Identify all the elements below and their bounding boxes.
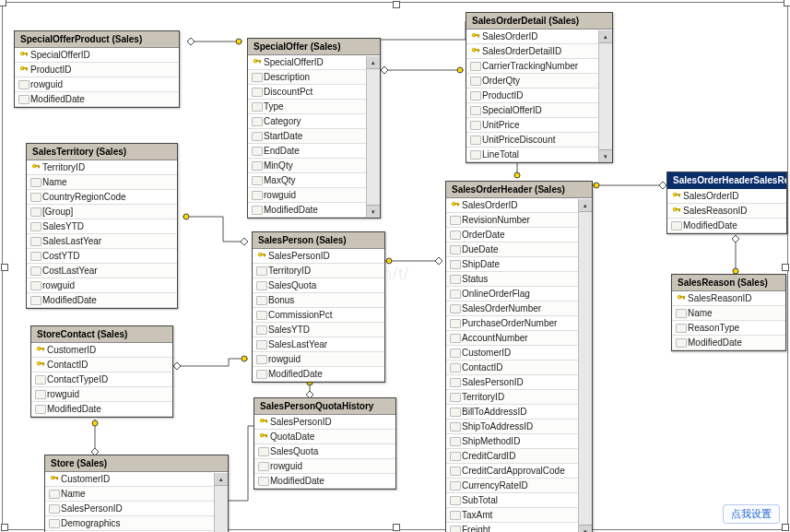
column-row[interactable]: ModifiedDate bbox=[253, 367, 384, 382]
table-sales-order-header-sales-reason[interactable]: SalesOrderHeaderSalesRe SalesOrderIDSale… bbox=[666, 171, 787, 234]
column-row[interactable]: CarrierTrackingNumber bbox=[466, 59, 599, 74]
column-row[interactable]: SalesOrderID bbox=[667, 189, 786, 204]
column-row[interactable]: MaxQty bbox=[248, 173, 367, 188]
column-row[interactable]: Name bbox=[45, 487, 215, 502]
scrollbar[interactable]: ▴▾ bbox=[598, 30, 612, 162]
column-row[interactable]: ContactID bbox=[446, 361, 579, 375]
column-row[interactable]: Status bbox=[446, 272, 579, 287]
column-row[interactable]: ModifiedDate bbox=[672, 336, 785, 350]
column-row[interactable]: Description bbox=[248, 70, 367, 85]
column-row[interactable]: ProductID bbox=[466, 89, 599, 103]
column-row[interactable]: SalesQuota bbox=[253, 278, 384, 293]
column-row[interactable]: rowguid bbox=[31, 387, 172, 402]
column-row[interactable]: SpecialOfferID bbox=[15, 48, 179, 63]
column-row[interactable]: Freight bbox=[446, 523, 579, 532]
column-row[interactable]: SalesPersonID bbox=[446, 375, 579, 390]
column-row[interactable]: QuotaDate bbox=[254, 430, 395, 444]
scrollbar[interactable]: ▴▾ bbox=[578, 199, 592, 532]
table-sales-order-detail[interactable]: SalesOrderDetail (Sales) SalesOrderIDSal… bbox=[466, 12, 613, 163]
column-row[interactable]: ShipDate bbox=[446, 257, 579, 272]
column-row[interactable]: ContactTypeID bbox=[31, 372, 172, 387]
column-row[interactable]: OnlineOrderFlag bbox=[446, 287, 579, 301]
column-row[interactable]: SalesYTD bbox=[253, 323, 384, 337]
column-row[interactable]: SalesPersonID bbox=[253, 249, 384, 264]
column-row[interactable]: OrderDate bbox=[446, 228, 579, 242]
table-special-offer-product[interactable]: SpecialOfferProduct (Sales) SpecialOffer… bbox=[14, 30, 180, 108]
column-row[interactable]: rowguid bbox=[248, 188, 367, 203]
column-row[interactable]: rowguid bbox=[27, 278, 177, 293]
column-row[interactable]: SalesQuota bbox=[254, 444, 395, 459]
column-row[interactable]: Category bbox=[248, 114, 367, 129]
column-row[interactable]: DiscountPct bbox=[248, 85, 367, 100]
table-store[interactable]: Store (Sales) CustomerIDNameSalesPersonI… bbox=[44, 455, 229, 532]
column-row[interactable]: PurchaseOrderNumber bbox=[446, 316, 579, 331]
column-row[interactable]: SalesOrderDetailID bbox=[466, 44, 599, 59]
column-row[interactable]: StartDate bbox=[248, 129, 367, 144]
column-row[interactable]: ModifiedDate bbox=[248, 203, 367, 218]
column-row[interactable]: SalesLastYear bbox=[253, 337, 384, 352]
column-row[interactable]: rowguid bbox=[254, 459, 395, 474]
column-row[interactable]: SpecialOfferID bbox=[466, 103, 599, 118]
column-row[interactable]: SalesPersonID bbox=[45, 502, 215, 516]
column-row[interactable]: SalesReasonID bbox=[667, 204, 786, 219]
column-row[interactable]: Name bbox=[672, 306, 785, 321]
scrollbar[interactable]: ▴▾ bbox=[214, 473, 228, 532]
column-row[interactable]: SalesReasonID bbox=[672, 291, 785, 306]
table-sales-person[interactable]: SalesPerson (Sales) SalesPersonIDTerrito… bbox=[252, 231, 385, 383]
table-sales-territory[interactable]: SalesTerritory (Sales) TerritoryIDNameCo… bbox=[26, 143, 178, 309]
column-row[interactable]: rowguid bbox=[253, 352, 384, 367]
column-row[interactable]: CreditCardID bbox=[446, 449, 579, 464]
column-row[interactable]: CountryRegionCode bbox=[27, 190, 177, 205]
column-row[interactable]: Bonus bbox=[253, 293, 384, 308]
column-row[interactable]: TerritoryID bbox=[27, 160, 177, 175]
column-row[interactable]: TerritoryID bbox=[253, 264, 384, 278]
column-row[interactable]: EndDate bbox=[248, 144, 367, 159]
column-row[interactable]: CreditCardApprovalCode bbox=[446, 464, 579, 479]
column-row[interactable]: SalesOrderID bbox=[466, 30, 599, 44]
column-row[interactable]: CurrencyRateID bbox=[446, 479, 579, 493]
column-row[interactable]: ContactID bbox=[31, 358, 172, 372]
column-row[interactable]: [Group] bbox=[27, 205, 177, 219]
column-row[interactable]: ModifiedDate bbox=[254, 474, 395, 489]
table-sales-order-header[interactable]: SalesOrderHeader (Sales) SalesOrderIDRev… bbox=[445, 181, 593, 532]
column-row[interactable]: SubTotal bbox=[446, 493, 579, 508]
column-row[interactable]: ModifiedDate bbox=[15, 92, 179, 107]
column-row[interactable]: LineTotal bbox=[466, 148, 599, 162]
column-row[interactable]: SalesOrderNumber bbox=[446, 301, 579, 316]
column-row[interactable]: SpecialOfferID bbox=[248, 55, 367, 70]
column-row[interactable]: CustomerID bbox=[45, 472, 215, 487]
column-row[interactable]: SalesOrderID bbox=[446, 198, 579, 213]
column-row[interactable]: Type bbox=[248, 100, 367, 114]
column-row[interactable]: ModifiedDate bbox=[31, 402, 172, 417]
column-row[interactable]: ProductID bbox=[15, 63, 179, 77]
column-row[interactable]: CustomerID bbox=[446, 346, 579, 361]
column-row[interactable]: SalesYTD bbox=[27, 219, 177, 234]
scrollbar[interactable]: ▴▾ bbox=[366, 56, 380, 218]
column-row[interactable]: rowguid bbox=[15, 77, 179, 92]
column-row[interactable]: ShipToAddressID bbox=[446, 420, 579, 434]
column-row[interactable]: ReasonType bbox=[672, 321, 785, 336]
column-row[interactable]: UnitPriceDiscount bbox=[466, 133, 599, 148]
column-row[interactable]: ModifiedDate bbox=[667, 219, 786, 233]
column-row[interactable]: TerritoryID bbox=[446, 390, 579, 405]
table-sales-person-quota-history[interactable]: SalesPersonQuotaHistory SalesPersonIDQuo… bbox=[254, 397, 396, 490]
column-row[interactable]: CostLastYear bbox=[27, 264, 177, 278]
column-row[interactable]: TaxAmt bbox=[446, 508, 579, 523]
column-row[interactable]: DueDate bbox=[446, 242, 579, 257]
column-row[interactable]: CommissionPct bbox=[253, 308, 384, 323]
column-row[interactable]: SalesLastYear bbox=[27, 234, 177, 249]
column-row[interactable]: RevisionNumber bbox=[446, 213, 579, 228]
table-special-offer[interactable]: SpecialOffer (Sales) SpecialOfferIDDescr… bbox=[247, 38, 381, 219]
column-row[interactable]: CustomerID bbox=[31, 343, 172, 358]
table-store-contact[interactable]: StoreContact (Sales) CustomerIDContactID… bbox=[30, 325, 173, 418]
settings-button[interactable]: 点我设置 bbox=[723, 504, 780, 524]
diagram-canvas[interactable]: http://blog.c n/t/ SpecialOfferProduct (… bbox=[2, 2, 788, 530]
column-row[interactable]: BillToAddressID bbox=[446, 405, 579, 420]
column-row[interactable]: ModifiedDate bbox=[27, 293, 177, 308]
column-row[interactable]: CostYTD bbox=[27, 249, 177, 264]
column-row[interactable]: AccountNumber bbox=[446, 331, 579, 346]
table-sales-reason[interactable]: SalesReason (Sales) SalesReasonIDNameRea… bbox=[671, 274, 786, 351]
column-row[interactable]: MinQty bbox=[248, 159, 367, 173]
column-row[interactable]: Demographics bbox=[45, 516, 215, 531]
column-row[interactable]: SalesPersonID bbox=[254, 415, 395, 430]
